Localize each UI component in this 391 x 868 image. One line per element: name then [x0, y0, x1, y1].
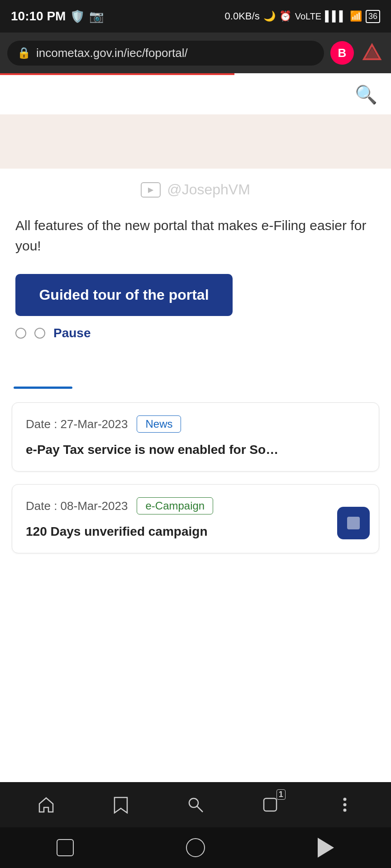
status-bar: 10:10 PM 🛡️ 📷 0.0KB/s 🌙 ⏰ VoLTE ▌▌▌ 📶 36 [0, 0, 391, 33]
section-divider [14, 387, 72, 389]
brave-browser-icon[interactable]: B [330, 41, 354, 65]
card-meta-1: Date : 27-Mar-2023 News [26, 415, 365, 433]
home-nav-button[interactable] [28, 787, 64, 823]
search-nav-button[interactable] [177, 787, 214, 823]
signal-icon: ▌▌▌ [325, 10, 346, 22]
fab-button[interactable] [337, 507, 370, 539]
url-text: incometax.gov.in/iec/foportal/ [36, 46, 314, 60]
guided-tour-button[interactable]: Guided tour of the portal [15, 274, 233, 316]
browser-bar: 🔒 incometax.gov.in/iec/foportal/ B [0, 33, 391, 73]
svg-point-6 [343, 803, 346, 807]
brave-shield-icon: 🛡️ [70, 9, 85, 24]
card-title-1: e-Pay Tax service is now enabled for So… [26, 441, 365, 458]
tabs-nav-button[interactable]: 1 [252, 787, 288, 823]
pause-button[interactable]: Pause [53, 326, 91, 340]
card-date-1: Date : 27-Mar-2023 [26, 417, 128, 431]
lock-icon: 🔒 [17, 47, 31, 59]
carousel-dot-1[interactable] [15, 328, 26, 339]
campaign-badge-2: e-Campaign [137, 497, 213, 514]
card-date-2: Date : 08-Mar-2023 [26, 499, 128, 513]
carousel-controls: Pause [0, 316, 391, 350]
moon-icon: 🌙 [263, 10, 276, 22]
spacer [0, 350, 391, 387]
system-bar [0, 827, 391, 868]
svg-point-7 [343, 809, 346, 812]
bottom-spacer [0, 566, 391, 665]
search-button[interactable]: 🔍 [355, 84, 377, 105]
svg-point-5 [343, 798, 346, 801]
feature-description: All features of the new portal that make… [0, 211, 391, 269]
battery-icon: 36 [366, 10, 380, 23]
card-meta-2: Date : 08-Mar-2023 e-Campaign [26, 497, 365, 514]
recents-button[interactable] [52, 834, 79, 861]
home-icon [186, 838, 205, 857]
news-card-2: Date : 08-Mar-2023 e-Campaign 120 Days u… [12, 484, 379, 553]
recents-icon [57, 839, 74, 856]
card-title-2: 120 Days unverified campaign [26, 523, 365, 540]
wifi-icon: 📶 [350, 10, 362, 22]
header-area: 🔍 [0, 75, 391, 114]
svg-line-3 [197, 806, 203, 812]
hero-banner [0, 114, 391, 169]
main-content: 🔍 @JosephVM All features of the new port… [0, 75, 391, 665]
bottom-nav: 1 [0, 782, 391, 827]
status-time: 10:10 PM [11, 9, 66, 24]
watermark-section: @JosephVM [0, 169, 391, 211]
bookmark-nav-button[interactable] [103, 787, 139, 823]
tab-count-badge: 1 [277, 789, 286, 800]
address-bar[interactable]: 🔒 incometax.gov.in/iec/foportal/ [7, 41, 324, 66]
back-icon [318, 838, 334, 858]
alarm-icon: ⏰ [279, 10, 291, 22]
network-speed: 0.0KB/s [225, 10, 260, 22]
home-button[interactable] [182, 834, 209, 861]
back-button[interactable] [312, 834, 339, 861]
camera-icon: 📷 [89, 9, 104, 24]
news-badge-1: News [137, 415, 181, 433]
youtube-icon [141, 182, 161, 198]
aurora-icon[interactable] [360, 41, 384, 65]
news-card-1: Date : 27-Mar-2023 News e-Pay Tax servic… [12, 402, 379, 472]
lte-icon: VoLTE [295, 11, 322, 22]
svg-rect-4 [264, 798, 277, 811]
channel-name: @JosephVM [167, 181, 250, 198]
more-nav-button[interactable] [327, 787, 363, 823]
carousel-dot-2[interactable] [34, 328, 45, 339]
